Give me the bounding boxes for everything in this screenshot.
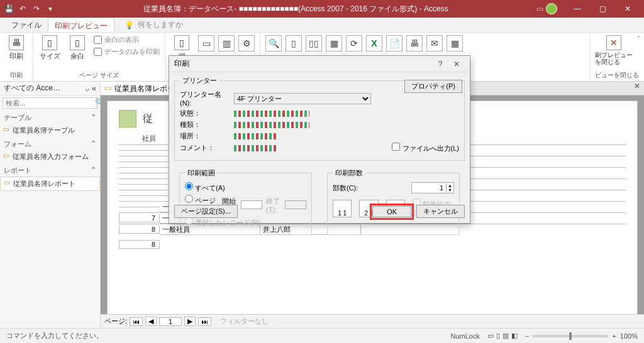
printer-select[interactable]: 4F プリンター — [234, 93, 371, 104]
nav-cat-table[interactable]: テーブル⌃ — [0, 111, 100, 124]
group-pagesize-label: ページ サイズ — [38, 71, 160, 81]
maximize-button[interactable]: ▢ — [590, 0, 615, 18]
view-report-icon[interactable]: ▭ — [487, 332, 494, 340]
columns-icon[interactable]: ▥ — [218, 35, 235, 52]
dialog-help-icon[interactable]: ? — [432, 60, 448, 68]
nav-collapse-icon[interactable]: « — [92, 84, 96, 93]
close-preview-icon: ✕ — [606, 35, 621, 50]
size-button[interactable]: ▯サイズ — [38, 35, 61, 61]
nav-prev[interactable]: ◀ — [145, 317, 157, 326]
nav-next[interactable]: ▶ — [184, 317, 196, 326]
type-value — [234, 122, 309, 128]
nav-search-input[interactable] — [3, 98, 95, 108]
dialog-close-icon[interactable]: ✕ — [448, 60, 465, 68]
email-icon[interactable]: ✉ — [426, 35, 443, 52]
spin-up-icon[interactable]: ▲ — [446, 183, 453, 188]
spin-down-icon[interactable]: ▼ — [446, 188, 453, 192]
ok-button[interactable]: OK — [372, 206, 411, 217]
window-title: 従業員名簿：データベース- ■■■■■■■■■■■■■(Access 2007 … — [55, 4, 536, 14]
range-all[interactable]: すべて(A) — [185, 182, 225, 193]
nav-item-form[interactable]: 従業員名簿入力フォーム — [0, 150, 100, 163]
tell-me[interactable]: 💡 何をしますか — [125, 18, 183, 32]
col-header-1: 社員 — [119, 134, 160, 143]
tab-print-preview[interactable]: 印刷プレビュー — [48, 18, 114, 32]
nav-first[interactable]: ⏮ — [130, 317, 143, 326]
view-print-icon[interactable]: ▯ — [496, 332, 500, 340]
status-prompt: コマンドを入力してください。 — [6, 331, 103, 340]
cancel-button[interactable]: キャンセル — [416, 205, 465, 218]
print-icon: 🖶 — [9, 35, 24, 50]
ribbon-tabs: ファイル 印刷プレビュー 💡 何をしますか — [0, 18, 644, 33]
one-page-icon[interactable]: ▯ — [286, 35, 302, 52]
report-icon — [119, 110, 136, 128]
zoom-icon[interactable]: 🔍 — [265, 35, 282, 52]
range-selection: 選択したレコード(R) — [185, 217, 260, 227]
page-setup-button[interactable]: ページ設定(S)... — [174, 205, 238, 218]
data-only-check[interactable]: データのみを印刷 — [94, 47, 160, 57]
copies-input[interactable]: ▲▼ — [411, 182, 454, 193]
size-icon: ▯ — [42, 35, 57, 50]
nav-header[interactable]: すべての Acce… — [4, 83, 60, 94]
refresh-icon[interactable]: ⟳ — [346, 35, 362, 52]
total-count: 8 — [119, 240, 160, 249]
record-navigator: ページ: ⏮ ◀ ▶ ⏭ フィルターなし — [101, 314, 644, 328]
nav-item-report[interactable]: 従業員名簿レポート — [0, 177, 100, 191]
undo-icon[interactable]: ↶ — [18, 4, 28, 14]
margins-icon: ▯ — [70, 35, 85, 50]
nav-cat-form[interactable]: フォーム⌃ — [0, 137, 100, 150]
ribbon-collapse-icon[interactable]: ˄ — [636, 35, 640, 44]
nav-cat-report[interactable]: レポート⌃ — [0, 163, 100, 177]
dialog-title: 印刷 — [174, 58, 432, 69]
titlebar: 💾 ↶ ↷ ▾ 従業員名簿：データベース- ■■■■■■■■■■■■■(Acce… — [0, 0, 644, 18]
group-close-label: ビューを閉じる — [595, 71, 639, 81]
save-icon[interactable]: 💾 — [4, 4, 14, 14]
text-file-icon[interactable]: 📄 — [386, 35, 402, 52]
status-value — [234, 111, 309, 117]
copies-group: 印刷部数 部数(C): ▲▼ 1 1 2 2 3 3 部単位で印刷(O) — [327, 168, 460, 235]
location-value — [234, 133, 278, 139]
lightbulb-icon: 💡 — [125, 21, 134, 30]
two-pages-icon[interactable]: ▯▯ — [306, 35, 322, 52]
range-group: 印刷範囲 すべて(A) ページ指定(G) 開始(F): 終了(T): 選択したレ… — [179, 168, 312, 235]
zoom-in-icon[interactable]: + — [612, 332, 616, 340]
filter-indicator: フィルターなし — [220, 317, 269, 326]
qat-more-icon[interactable]: ▾ — [45, 4, 55, 14]
pdf-xps-icon[interactable]: 🖶 — [406, 35, 423, 52]
close-button[interactable]: ✕ — [615, 0, 640, 18]
print-dialog: 印刷 ? ✕ プリンター プリンター名(N): 4F プリンター 状態： 種類：… — [169, 55, 470, 224]
properties-button[interactable]: プロパティ(P) — [404, 80, 462, 93]
zoom-slider[interactable] — [533, 335, 608, 337]
group-print-label: 印刷 — [5, 71, 28, 81]
nav-dropdown-icon[interactable]: ⌵ — [85, 84, 89, 93]
landscape-icon[interactable]: ▭ — [198, 35, 214, 52]
zoom-out-icon[interactable]: − — [525, 332, 529, 340]
numlock-indicator: NumLock — [451, 332, 480, 340]
minimize-button[interactable]: ― — [565, 0, 590, 18]
view-layout-icon[interactable]: ▥ — [502, 332, 509, 340]
ribbon-display-icon[interactable]: ▭ — [536, 4, 543, 13]
navigation-pane: すべての Acce… ⌵ « 🔍 テーブル⌃ 従業員名簿テーブル フォーム⌃ 従… — [0, 82, 101, 328]
tab-file[interactable]: ファイル — [5, 18, 48, 32]
redo-icon[interactable]: ↷ — [31, 4, 42, 14]
nav-last[interactable]: ⏭ — [198, 317, 211, 326]
report-tab-close[interactable]: ✕ — [630, 82, 644, 95]
nav-page-input[interactable] — [159, 317, 182, 326]
zoom-value[interactable]: 100% — [620, 332, 638, 340]
status-bar: コマンドを入力してください。 NumLock ▭ ▯ ▥ ◧ − + 100% — [0, 328, 644, 343]
close-preview-button[interactable]: ✕ 刷プレビューを閉じる — [595, 35, 633, 65]
nav-search[interactable]: 🔍 — [3, 97, 97, 109]
user-avatar[interactable] — [546, 3, 557, 14]
show-margins-check[interactable]: 余白の表示 — [94, 35, 160, 45]
view-design-icon[interactable]: ◧ — [511, 332, 518, 340]
print-to-file[interactable]: ファイルへ出力(L) — [392, 143, 459, 153]
print-button[interactable]: 🖶 印刷 — [5, 35, 28, 61]
page-setup-icon[interactable]: ⚙ — [238, 35, 255, 52]
more-pages-icon[interactable]: ▦ — [326, 35, 342, 52]
nav-item-table[interactable]: 従業員名簿テーブル — [0, 124, 100, 137]
margins-button[interactable]: ▯余白 — [66, 35, 89, 61]
report-title: 従 — [143, 112, 153, 126]
portrait-icon: ▯ — [174, 35, 189, 50]
more-export-icon[interactable]: ▦ — [447, 35, 463, 52]
comment-value — [234, 145, 278, 151]
excel-icon[interactable]: X — [366, 35, 382, 52]
